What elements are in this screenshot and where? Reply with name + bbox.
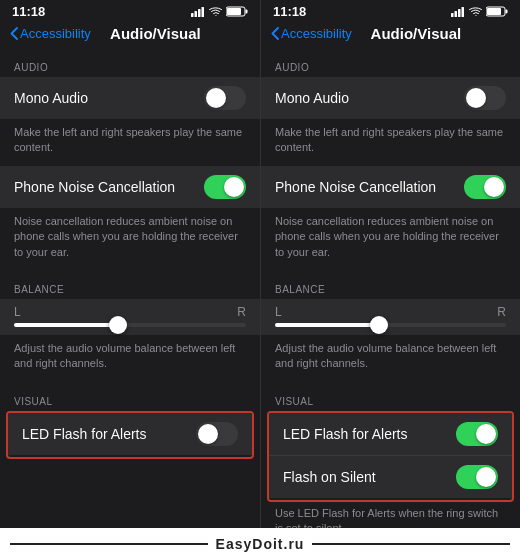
balance-slider-container-right: L R [261, 299, 520, 335]
visual-desc-right: Use LED Flash for Alerts when the ring s… [261, 502, 520, 528]
svg-rect-3 [202, 7, 205, 17]
noise-knob-right [484, 177, 504, 197]
balance-slider-container-left: L R [0, 299, 260, 335]
status-icons-left [191, 6, 248, 17]
svg-rect-8 [455, 11, 458, 17]
flash-silent-toggle-right[interactable] [456, 465, 498, 489]
led-row-left: LED Flash for Alerts [8, 413, 252, 455]
visual-highlighted-left: LED Flash for Alerts [6, 411, 254, 459]
led-row-right: LED Flash for Alerts [269, 413, 512, 456]
back-button-right[interactable]: Accessibility [271, 26, 352, 41]
battery-icon-left [226, 6, 248, 17]
wifi-icon-left [209, 7, 222, 17]
balance-header-left: BALANCE [0, 270, 260, 299]
nav-title-left: Audio/Visual [91, 25, 220, 42]
balance-header-right: BALANCE [261, 270, 520, 299]
noise-desc-right: Noise cancellation reduces ambient noise… [261, 210, 520, 270]
mono-audio-label-right: Mono Audio [275, 90, 464, 106]
balance-desc-right: Adjust the audio volume balance between … [261, 337, 520, 382]
screens-container: 11:18 [0, 0, 520, 528]
left-screen: 11:18 [0, 0, 260, 528]
balance-slider-track-right[interactable] [275, 323, 506, 327]
balance-desc-left: Adjust the audio volume balance between … [0, 337, 260, 382]
flash-silent-label-right: Flash on Silent [283, 469, 456, 485]
mono-audio-row-left: Mono Audio [0, 77, 260, 119]
visual-header-right: VISUAL [261, 382, 520, 411]
back-chevron-left [10, 27, 18, 40]
back-button-left[interactable]: Accessibility [10, 26, 91, 41]
mono-audio-knob-right [466, 88, 486, 108]
mono-audio-label-left: Mono Audio [14, 90, 204, 106]
slider-thumb-right[interactable] [370, 316, 388, 334]
svg-rect-12 [506, 10, 508, 14]
audio-group-left: Mono Audio [0, 77, 260, 119]
slider-right-label-right: R [497, 305, 506, 319]
watermark-line-left [10, 543, 208, 545]
noise-row-right: Phone Noise Cancellation [261, 166, 520, 208]
battery-icon-right [486, 6, 508, 17]
svg-rect-5 [246, 10, 248, 14]
status-icons-right [451, 6, 508, 17]
svg-rect-1 [195, 11, 198, 17]
slider-right-label: R [237, 305, 246, 319]
flash-silent-row-right: Flash on Silent [269, 456, 512, 498]
svg-rect-9 [458, 9, 461, 17]
noise-label-left: Phone Noise Cancellation [14, 179, 204, 195]
flash-silent-knob-right [476, 467, 496, 487]
led-group-left: LED Flash for Alerts [8, 413, 252, 455]
noise-label-right: Phone Noise Cancellation [275, 179, 464, 195]
watermark-bar: EasyDoit.ru [0, 528, 520, 560]
led-label-left: LED Flash for Alerts [22, 426, 196, 442]
noise-row-left: Phone Noise Cancellation [0, 166, 260, 208]
audio-header-right: AUDIO [261, 48, 520, 77]
nav-bar-right: Accessibility Audio/Visual [261, 21, 520, 48]
slider-labels-left: L R [14, 305, 246, 319]
mono-audio-desc-left: Make the left and right speakers play th… [0, 121, 260, 166]
svg-rect-6 [227, 8, 241, 15]
status-time-left: 11:18 [12, 4, 45, 19]
content-left: AUDIO Mono Audio Make the left and right… [0, 48, 260, 528]
noise-toggle-right[interactable] [464, 175, 506, 199]
led-knob-left [198, 424, 218, 444]
mono-audio-toggle-left[interactable] [204, 86, 246, 110]
visual-highlighted-right: LED Flash for Alerts Flash on Silent [267, 411, 514, 502]
signal-icon-right [451, 7, 465, 17]
slider-labels-right: L R [275, 305, 506, 319]
status-bar-left: 11:18 [0, 0, 260, 21]
watermark-text: EasyDoit.ru [216, 536, 305, 552]
noise-toggle-left[interactable] [204, 175, 246, 199]
balance-slider-track-left[interactable] [14, 323, 246, 327]
led-label-right: LED Flash for Alerts [283, 426, 456, 442]
status-bar-right: 11:18 [261, 0, 520, 21]
content-right: AUDIO Mono Audio Make the left and right… [261, 48, 520, 528]
back-label-right: Accessibility [281, 26, 352, 41]
visual-highlight-wrapper-right: LED Flash for Alerts Flash on Silent [265, 411, 516, 502]
slider-fill-right [275, 323, 379, 327]
svg-rect-7 [451, 13, 454, 17]
led-toggle-right[interactable] [456, 422, 498, 446]
led-knob-right [476, 424, 496, 444]
slider-left-label: L [14, 305, 21, 319]
slider-left-label-right: L [275, 305, 282, 319]
nav-bar-left: Accessibility Audio/Visual [0, 21, 260, 48]
audio-header-left: AUDIO [0, 48, 260, 77]
noise-group-left: Phone Noise Cancellation [0, 166, 260, 208]
svg-rect-2 [198, 9, 201, 17]
signal-icon-left [191, 7, 205, 17]
back-chevron-right [271, 27, 279, 40]
mono-audio-row-right: Mono Audio [261, 77, 520, 119]
watermark-line-right [312, 543, 510, 545]
back-label-left: Accessibility [20, 26, 91, 41]
svg-rect-13 [487, 8, 501, 15]
visual-header-left: VISUAL [0, 382, 260, 411]
mono-audio-toggle-right[interactable] [464, 86, 506, 110]
noise-knob-left [224, 177, 244, 197]
status-time-right: 11:18 [273, 4, 306, 19]
audio-group-right: Mono Audio [261, 77, 520, 119]
slider-thumb-left[interactable] [109, 316, 127, 334]
noise-group-right: Phone Noise Cancellation [261, 166, 520, 208]
slider-fill-left [14, 323, 118, 327]
mono-audio-desc-right: Make the left and right speakers play th… [261, 121, 520, 166]
watermark-inner: EasyDoit.ru [0, 536, 520, 552]
led-toggle-left[interactable] [196, 422, 238, 446]
